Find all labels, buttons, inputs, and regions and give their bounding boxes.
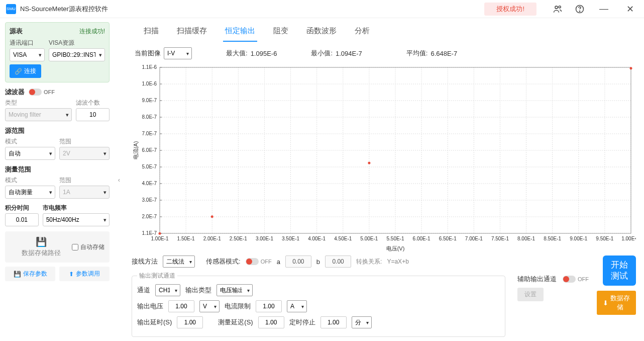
svg-text:6.00E-1: 6.00E-1: [413, 236, 431, 241]
filter-section: 滤波器 OFF 类型 滤波个数: [5, 88, 110, 121]
tstop-input[interactable]: [320, 316, 347, 328]
output-channel-fieldset: 输出测试通道 通道 输出类型 输出电压 电流限: [132, 272, 505, 337]
timing-section: 积分时间 市电频率: [5, 204, 110, 226]
min-value: 1.094E-7: [336, 50, 362, 57]
max-value: 1.095E-6: [251, 50, 277, 57]
outv-unit-select[interactable]: [199, 300, 220, 312]
aux-toggle[interactable]: OFF: [563, 276, 589, 283]
link-icon: 🔗: [15, 68, 22, 75]
sensor-toggle[interactable]: OFF: [246, 258, 272, 265]
content-area: 扫描 扫描缓存 恒定输出 阻变 函数波形 分析 当前图像 最大值: 1.095E…: [124, 18, 644, 341]
svg-text:1.0E-6: 1.0E-6: [142, 81, 157, 87]
b-label: b: [316, 258, 320, 266]
current-image-select[interactable]: [164, 47, 192, 59]
svg-text:3.50E-1: 3.50E-1: [282, 236, 299, 241]
tstop-unit-select[interactable]: [352, 316, 372, 328]
connect-status: 连接成功!: [79, 27, 105, 36]
svg-text:8.00E-1: 8.00E-1: [517, 236, 535, 241]
freq-select[interactable]: [43, 213, 110, 226]
tab-function-wave[interactable]: 函数波形: [304, 22, 339, 42]
svg-text:6.50E-1: 6.50E-1: [439, 236, 457, 241]
svg-text:5.00E-1: 5.00E-1: [360, 236, 378, 241]
close-button[interactable]: ✕: [622, 3, 638, 15]
svg-point-0: [555, 6, 558, 9]
meas-range-select[interactable]: [59, 186, 110, 199]
sidebar: 源表 连接成功! 通讯端口 VISA资源 🔗连接 滤波器 OFF: [0, 18, 115, 341]
wire-select[interactable]: [163, 255, 195, 268]
auto-save-checkbox[interactable]: 自动存储: [72, 243, 104, 251]
aux-set-button[interactable]: 设置: [517, 288, 544, 301]
a-label: a: [277, 258, 280, 266]
a-input[interactable]: [285, 255, 311, 268]
app-logo: SMU: [6, 4, 16, 14]
connect-button[interactable]: 🔗连接: [10, 64, 41, 78]
svg-text:7.50E-1: 7.50E-1: [491, 236, 509, 241]
filter-type-select[interactable]: [5, 108, 72, 121]
chart-area: 1.1E-72.0E-73.0E-74.0E-75.0E-76.0E-77.0E…: [132, 64, 636, 252]
svg-text:9.00E-1: 9.00E-1: [570, 236, 587, 241]
tab-analysis[interactable]: 分析: [353, 22, 372, 42]
port-select[interactable]: [10, 48, 45, 61]
filter-type-label: 类型: [5, 99, 72, 107]
svg-text:8.0E-7: 8.0E-7: [142, 114, 157, 120]
svg-point-3: [579, 11, 580, 11]
outv-label: 输出电压: [137, 302, 163, 311]
measdelay-input[interactable]: [258, 316, 284, 328]
outv-input[interactable]: [168, 300, 194, 312]
save-params-button[interactable]: 💾保存参数: [5, 267, 55, 281]
meas-range-title: 测量范围: [5, 165, 110, 174]
meas-mode-select[interactable]: [5, 186, 55, 199]
sidebar-collapse-handle[interactable]: ‹: [115, 18, 124, 341]
svg-point-79: [211, 215, 213, 218]
integ-label: 积分时间: [5, 204, 39, 212]
filter-count-input[interactable]: [76, 108, 110, 121]
ilimit-unit-select[interactable]: [287, 300, 307, 312]
measure-range-section: 测量范围 模式 范围: [5, 165, 110, 199]
filter-title: 滤波器: [5, 88, 25, 97]
save-data-button[interactable]: ⬇数据存储: [597, 291, 636, 315]
src-range-select[interactable]: [59, 147, 110, 160]
users-icon[interactable]: [552, 3, 564, 15]
svg-text:4.0E-7: 4.0E-7: [142, 181, 157, 186]
avg-value: 6.648E-7: [431, 50, 457, 57]
tab-scan[interactable]: 扫描: [142, 22, 161, 42]
wire-label: 接线方法: [132, 257, 158, 266]
start-test-button[interactable]: 开始 测试: [603, 255, 636, 286]
src-range-label: 范围: [59, 137, 110, 146]
svg-point-80: [368, 162, 370, 164]
tab-constant-output[interactable]: 恒定输出: [223, 22, 257, 42]
help-icon[interactable]: [574, 3, 586, 15]
outdelay-input[interactable]: [177, 316, 203, 328]
svg-text:7.00E-1: 7.00E-1: [465, 236, 483, 241]
tab-scan-cache[interactable]: 扫描缓存: [175, 22, 209, 42]
channel-select[interactable]: [155, 284, 180, 296]
b-input[interactable]: [325, 255, 351, 268]
src-mode-select[interactable]: [5, 147, 55, 160]
load-params-button[interactable]: ⬆参数调用: [59, 267, 110, 281]
integ-input[interactable]: [5, 213, 39, 226]
tab-resistance[interactable]: 阻变: [271, 22, 290, 42]
filter-toggle[interactable]: OFF: [29, 89, 55, 96]
save-icon: 💾: [14, 271, 21, 278]
outtype-label: 输出类型: [185, 286, 211, 295]
svg-text:1.50E-1: 1.50E-1: [177, 236, 195, 241]
avg-label: 平均值:: [406, 49, 428, 58]
svg-point-78: [159, 232, 161, 235]
svg-text:2.0E-7: 2.0E-7: [142, 214, 157, 219]
ilimit-input[interactable]: [256, 300, 282, 312]
outtype-select[interactable]: [217, 284, 253, 296]
storage-path-panel[interactable]: 💾 数据存储路径 自动存储: [5, 231, 110, 263]
svg-text:6.0E-7: 6.0E-7: [142, 147, 157, 153]
port-label: 通讯端口: [10, 39, 45, 47]
meas-mode-label: 模式: [5, 176, 55, 185]
connection-panel: 源表 连接成功! 通讯端口 VISA资源 🔗连接: [5, 22, 110, 82]
svg-text:4.00E-1: 4.00E-1: [308, 236, 326, 241]
svg-text:1.00E+0: 1.00E+0: [621, 236, 636, 241]
max-label: 最大值:: [226, 49, 248, 58]
minimize-button[interactable]: —: [596, 3, 612, 15]
svg-text:电流(A): 电流(A): [133, 141, 139, 160]
visa-select[interactable]: [49, 48, 105, 61]
outdelay-label: 输出延时(S): [137, 318, 172, 327]
transform-label: 转换关系:: [356, 258, 382, 266]
output-legend: 输出测试通道: [137, 272, 177, 280]
